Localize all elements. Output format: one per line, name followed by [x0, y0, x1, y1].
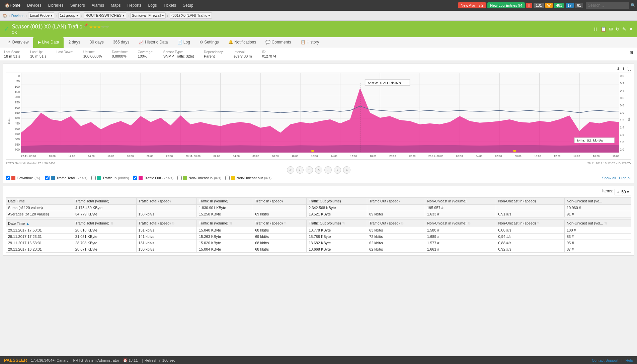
col-ti-vol: Traffic In (volume)	[197, 198, 253, 205]
col-nu-in-vol-sortable[interactable]: Non-Unicast in (volume) ⇅	[425, 220, 496, 227]
breadcrumb-devices[interactable]: Devices	[11, 14, 24, 18]
nav-tickets[interactable]: Tickets	[160, 0, 180, 11]
svg-point-31	[311, 150, 314, 152]
data-table: Date Time Traffic Total (volume) Traffic…	[6, 197, 631, 253]
download-icon[interactable]: ⬇	[617, 67, 620, 71]
nav-reports[interactable]: Reports	[124, 0, 145, 11]
nav-logs[interactable]: Logs	[145, 0, 160, 11]
nav-devices[interactable]: Devices	[24, 0, 45, 11]
col-to-vol-sortable[interactable]: Traffic Out (volume) ⇅	[307, 220, 367, 227]
pause-icon[interactable]: ⏸	[593, 26, 598, 32]
col-tt-speed: Traffic Total (speed)	[136, 198, 197, 205]
hide-all-link[interactable]: Hide all	[619, 176, 631, 180]
email-icon[interactable]: ✉	[609, 26, 613, 32]
chart-toolbar: ⬇ ⬆ ⛶	[6, 67, 631, 71]
fullscreen-icon[interactable]: ⛶	[627, 67, 631, 71]
breadcrumb: 🏠 › Devices › Local Probe ▾ › 1st group …	[0, 11, 637, 21]
table-row-averages: Averages (of 120 values) 34.779 KByte 15…	[6, 211, 631, 217]
breadcrumb-home-icon[interactable]: 🏠	[3, 13, 7, 18]
tab-2days[interactable]: 2 days	[64, 37, 85, 48]
breadcrumb-local-probe[interactable]: Local Probe ▾	[28, 12, 54, 19]
badge-131: 131	[534, 3, 544, 8]
sensor-type-info: Sensor Type: SNMP Traffic 32bit	[163, 50, 194, 59]
sensor-stars-empty: ☆☆	[101, 24, 109, 29]
new-log-entries-button[interactable]: New Log Entries 94	[487, 2, 525, 8]
nav-libraries[interactable]: Libraries	[45, 0, 67, 11]
sensor-status-label: OK	[12, 30, 109, 34]
nav-setup[interactable]: Setup	[179, 0, 196, 11]
legend-traffic-out-checkbox[interactable]	[133, 176, 137, 180]
breadcrumb-sensor[interactable]: (001) X0 (LAN) Traffic ▾	[170, 12, 212, 19]
nav-maps[interactable]: Maps	[107, 0, 124, 11]
legend-non-unicast-in-checkbox[interactable]	[177, 176, 182, 180]
breadcrumb-router-switches[interactable]: ROUTER/SWITCHES ▾	[84, 12, 127, 19]
coverage-info: Coverage: 100%	[138, 50, 153, 59]
legend-traffic-total: Traffic Total (kbit/s)	[45, 176, 87, 180]
col-ti-speed-sortable[interactable]: Traffic In (speed) ⇅	[253, 220, 307, 227]
tab-comments[interactable]: 💬 Comments	[261, 37, 296, 48]
last-down-info: Last Down:	[57, 50, 73, 59]
tab-overview[interactable]: ↺ Overview	[3, 37, 33, 48]
nav-alarms[interactable]: Alarms	[88, 0, 107, 11]
nav-home-label: Home	[10, 3, 20, 8]
chart-nav-next[interactable]: ›	[334, 166, 341, 174]
chart-nav-first[interactable]: «	[287, 166, 294, 174]
show-all-link[interactable]: Show all	[602, 176, 616, 180]
tab-history[interactable]: 📋 History	[296, 37, 324, 48]
chart-nav-last[interactable]: »	[343, 166, 350, 174]
chart-footer: PRTG Network Monitor 17.4.36.3404 29.11.…	[6, 162, 631, 165]
sensor-stars[interactable]: ★★★	[89, 24, 101, 29]
search-icon[interactable]: 🔍	[631, 3, 636, 8]
nav-home[interactable]: 🏠 Home	[1, 0, 24, 11]
tab-log[interactable]: 📄 Log	[173, 37, 195, 48]
chart-container: ⬇ ⬆ ⛶ 700 650 600 550 500 450 400 350 30…	[3, 64, 634, 183]
col-to-speed-sortable[interactable]: Traffic Out (speed) ⇅	[367, 220, 425, 227]
legend-non-unicast-out: Non-Unicast out (#/s)	[225, 176, 271, 180]
chart-nav-center[interactable]: ○	[315, 166, 322, 174]
chart-nav-zoom-in[interactable]: +	[306, 166, 313, 174]
qr-icon[interactable]: ⊞	[630, 50, 633, 59]
table-row: 29.11.2017 17:53:31 28.818 KByte 131 kbi…	[6, 227, 631, 234]
x-axis-labels: 27.11. 08:00 10:00 12:00 14:00 16:00 18:…	[21, 153, 619, 159]
tab-historic-data[interactable]: 📈 Historic Data	[134, 37, 172, 48]
legend-non-unicast-out-checkbox[interactable]	[225, 176, 230, 180]
table-row-sums: Sums (of 120 values) 4.173.469 KByte 1.8…	[6, 205, 631, 211]
sensor-status-check: ✓	[4, 25, 9, 33]
legend-traffic-in-checkbox[interactable]	[91, 176, 96, 180]
col-ti-vol-sortable[interactable]: Traffic In (volume) ⇅	[197, 220, 253, 227]
tab-settings[interactable]: ⚙ Settings	[195, 37, 224, 48]
chart-nav-prev[interactable]: ‹	[296, 166, 304, 174]
clipboard-icon[interactable]: 📋	[601, 26, 606, 32]
chart-nav-zoom-out[interactable]: -	[324, 166, 332, 174]
search-input[interactable]	[586, 2, 629, 9]
tab-live-data[interactable]: ▶ Live Data	[33, 37, 64, 48]
tab-365days[interactable]: 365 days	[108, 37, 134, 48]
new-alarms-button[interactable]: New Alarms 2	[458, 2, 486, 8]
col-tt-vol-sortable[interactable]: Traffic Total (volume) ⇅	[73, 220, 136, 227]
breadcrumb-sonicwall[interactable]: Sonicwall Firewall ▾	[130, 12, 166, 19]
tab-notifications[interactable]: 🔔 Notifications	[224, 37, 261, 48]
badge-481: 481	[554, 3, 564, 8]
svg-text:Min: 62 kbit/s: Min: 62 kbit/s	[577, 139, 603, 142]
refresh-icon[interactable]: ↻	[616, 26, 620, 32]
uptime-info: Uptime: 100,0000%	[83, 50, 102, 59]
badge-17: 17	[566, 3, 574, 8]
delete-icon[interactable]: ✕	[629, 26, 633, 32]
nav-sensors[interactable]: Sensors	[67, 0, 88, 11]
col-tt-speed-sortable[interactable]: Traffic Total (speed) ⇅	[136, 220, 197, 227]
chart-legend: Downtime (%) Traffic Total (kbit/s) Traf…	[6, 176, 631, 180]
sensor-info-bar: Last Scan: 18 m 31 s Last Up: 18 m 31 s …	[0, 48, 637, 61]
legend-traffic-total-checkbox[interactable]	[45, 176, 50, 180]
upload-icon[interactable]: ⬆	[622, 67, 625, 71]
last-scan-info: Last Scan: 18 m 31 s	[4, 50, 20, 59]
col-datetime-sortable[interactable]: Date Time ▲	[6, 220, 73, 227]
col-nu-out-vol-sortable[interactable]: Non-Unicast out (vol... ⇅	[564, 220, 631, 227]
tab-30days[interactable]: 30 days	[85, 37, 108, 48]
items-dropdown[interactable]: ✓ 50 ▾	[615, 189, 631, 195]
col-nu-in-speed-sortable[interactable]: Non-Unicast in (speed) ⇅	[496, 220, 565, 227]
edit-icon[interactable]: ✎	[622, 26, 626, 32]
downtime-info: Downtime: 0,0000%	[112, 50, 128, 59]
breadcrumb-1st-group[interactable]: 1st group ▾	[58, 12, 80, 19]
legend-downtime-checkbox[interactable]	[6, 176, 10, 180]
last-up-info: Last Up: 18 m 31 s	[30, 50, 46, 59]
